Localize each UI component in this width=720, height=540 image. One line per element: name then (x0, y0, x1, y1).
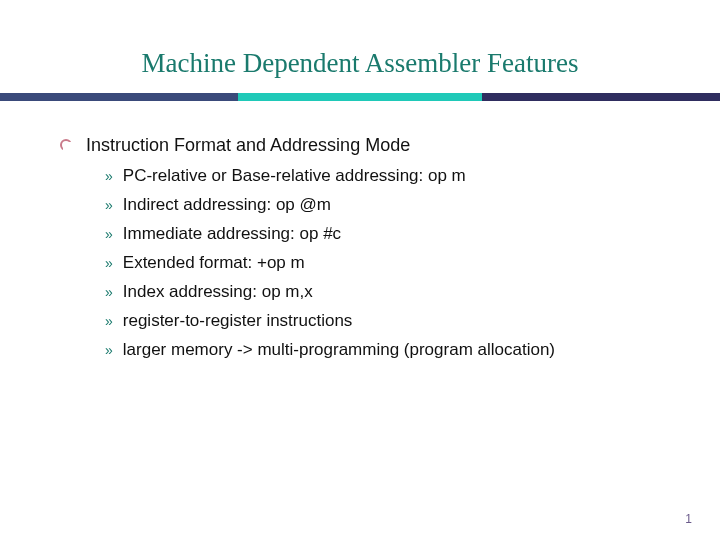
chevron-bullet-icon: » (105, 342, 111, 358)
page-number: 1 (685, 512, 692, 526)
main-bullet-item: Instruction Format and Addressing Mode (60, 135, 670, 156)
list-item: » PC-relative or Base-relative addressin… (105, 166, 670, 186)
sub-bullet-list: » PC-relative or Base-relative addressin… (60, 166, 670, 360)
chevron-bullet-icon: » (105, 255, 111, 271)
sub-item-text: Indirect addressing: op @m (123, 195, 331, 215)
sub-item-text: larger memory -> multi-programming (prog… (123, 340, 555, 360)
list-item: » register-to-register instructions (105, 311, 670, 331)
slide-title: Machine Dependent Assembler Features (0, 0, 720, 93)
list-item: » Extended format: +op m (105, 253, 670, 273)
sub-item-text: Immediate addressing: op #c (123, 224, 341, 244)
list-item: » Immediate addressing: op #c (105, 224, 670, 244)
sub-item-text: register-to-register instructions (123, 311, 353, 331)
sub-item-text: PC-relative or Base-relative addressing:… (123, 166, 466, 186)
circle-bullet-icon (60, 139, 72, 151)
chevron-bullet-icon: » (105, 284, 111, 300)
sub-item-text: Index addressing: op m,x (123, 282, 313, 302)
list-item: » larger memory -> multi-programming (pr… (105, 340, 670, 360)
main-heading-text: Instruction Format and Addressing Mode (86, 135, 410, 156)
chevron-bullet-icon: » (105, 197, 111, 213)
chevron-bullet-icon: » (105, 226, 111, 242)
list-item: » Indirect addressing: op @m (105, 195, 670, 215)
slide-content: Instruction Format and Addressing Mode »… (0, 101, 720, 360)
title-divider (0, 93, 720, 101)
list-item: » Index addressing: op m,x (105, 282, 670, 302)
chevron-bullet-icon: » (105, 168, 111, 184)
sub-item-text: Extended format: +op m (123, 253, 305, 273)
chevron-bullet-icon: » (105, 313, 111, 329)
